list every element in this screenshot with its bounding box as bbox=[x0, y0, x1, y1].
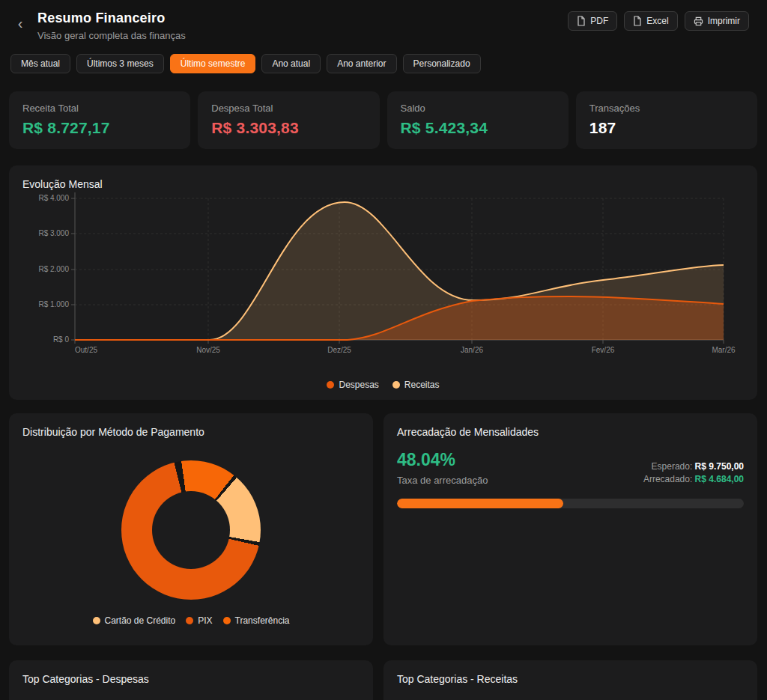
back-icon[interactable]: ‹ bbox=[10, 13, 30, 33]
legend-pix[interactable]: PIX bbox=[186, 615, 212, 626]
x-tick: Out/25 bbox=[75, 346, 97, 354]
top-receitas-title: Top Categorias - Receitas bbox=[384, 660, 757, 685]
evolution-legend: Despesas Receitas bbox=[9, 380, 757, 390]
x-tick: Jan/26 bbox=[461, 346, 483, 354]
y-tick: R$ 3.000 bbox=[38, 229, 69, 237]
print-button[interactable]: Imprimir bbox=[685, 11, 749, 31]
filter-mes-atual[interactable]: Mês atual bbox=[10, 54, 70, 73]
collection-rate-caption: Taxa de arrecadação bbox=[397, 475, 488, 486]
fees-collection-card: Arrecadação de Mensalidades 48.04% Taxa … bbox=[384, 413, 757, 645]
stat-value: R$ 8.727,17 bbox=[22, 119, 177, 137]
stat-saldo: Saldo R$ 5.423,34 bbox=[387, 91, 569, 149]
y-tick: R$ 4.000 bbox=[38, 194, 69, 202]
payment-donut-chart bbox=[121, 460, 261, 600]
filter-ano-atual[interactable]: Ano atual bbox=[261, 54, 321, 73]
monthly-evolution-card: Evolução Mensal R$ 4.000 bbox=[9, 165, 757, 400]
page-header: ‹ Resumo Financeiro Visão geral completa… bbox=[0, 0, 767, 41]
fees-card-title: Arrecadação de Mensalidades bbox=[384, 413, 757, 438]
filter-personalizado[interactable]: Personalizado bbox=[403, 54, 481, 73]
x-tick: Dez/25 bbox=[327, 346, 351, 354]
page-subtitle: Visão geral completa das finanças bbox=[37, 30, 568, 41]
excel-button[interactable]: Excel bbox=[624, 11, 677, 31]
period-filter-bar: Mês atual Últimos 3 meses Último semestr… bbox=[10, 54, 758, 73]
stat-value: R$ 3.303,83 bbox=[211, 119, 366, 137]
y-tick: R$ 2.000 bbox=[38, 265, 69, 273]
donut-hole bbox=[152, 491, 230, 569]
expected-amount: Esperado: R$ 9.750,00 bbox=[643, 460, 744, 473]
pdf-button[interactable]: PDF bbox=[568, 11, 617, 31]
legend-transferencia[interactable]: Transferência bbox=[223, 615, 290, 626]
page-title: Resumo Financeiro bbox=[37, 10, 568, 26]
legend-despesas[interactable]: Despesas bbox=[327, 380, 378, 390]
collection-progress-fill bbox=[397, 499, 563, 508]
x-tick: Mar/26 bbox=[712, 346, 736, 354]
collected-amount: Arrecadado: R$ 4.684,00 bbox=[643, 473, 744, 486]
stat-label: Receita Total bbox=[22, 103, 177, 114]
collected-value: R$ 4.684,00 bbox=[695, 474, 744, 484]
pix-dot-icon bbox=[186, 617, 193, 624]
stat-value: R$ 5.423,34 bbox=[401, 119, 555, 137]
y-tick: R$ 1.000 bbox=[38, 300, 69, 308]
stat-value: 187 bbox=[589, 119, 744, 137]
cartao-dot-icon bbox=[93, 617, 100, 624]
stat-despesa-total: Despesa Total R$ 3.303,83 bbox=[198, 91, 379, 149]
top-despesas-title: Top Categorias - Despesas bbox=[9, 660, 373, 685]
top-categories-receitas-card: Top Categorias - Receitas bbox=[384, 660, 757, 700]
filter-ultimo-semestre[interactable]: Último semestre bbox=[170, 54, 256, 73]
export-actions: PDF Excel Imprimir bbox=[568, 11, 749, 31]
top-categories-despesas-card: Top Categorias - Despesas bbox=[9, 660, 373, 700]
expected-value: R$ 9.750,00 bbox=[695, 461, 744, 472]
printer-icon bbox=[694, 16, 703, 26]
evolution-area-chart: R$ 4.000 R$ 3.000 R$ 2.000 R$ 1.000 R$ 0… bbox=[9, 186, 757, 362]
summary-stats: Receita Total R$ 8.727,17 Despesa Total … bbox=[9, 91, 757, 149]
collection-progress-track bbox=[397, 499, 744, 508]
file-icon bbox=[633, 16, 642, 26]
legend-receitas[interactable]: Receitas bbox=[392, 380, 440, 390]
stat-label: Transações bbox=[589, 103, 744, 114]
payment-card-title: Distribuição por Método de Pagamento bbox=[9, 413, 373, 438]
despesas-dot-icon bbox=[327, 381, 334, 389]
receitas-dot-icon bbox=[392, 381, 400, 389]
filter-ultimos-3-meses[interactable]: Últimos 3 meses bbox=[76, 54, 164, 73]
stat-receita-total: Receita Total R$ 8.727,17 bbox=[9, 91, 190, 149]
file-icon bbox=[577, 16, 586, 26]
collection-rate-value: 48.04% bbox=[397, 450, 488, 470]
stat-label: Despesa Total bbox=[211, 103, 366, 114]
stat-transacoes: Transações 187 bbox=[576, 91, 757, 149]
x-tick: Nov/25 bbox=[196, 346, 220, 354]
payment-legend: Cartão de Crédito PIX Transferência bbox=[9, 615, 373, 626]
stat-label: Saldo bbox=[401, 103, 555, 114]
y-tick: R$ 0 bbox=[53, 335, 70, 344]
x-tick: Fev/26 bbox=[592, 346, 615, 354]
legend-cartao-credito[interactable]: Cartão de Crédito bbox=[93, 615, 176, 626]
transferencia-dot-icon bbox=[223, 617, 231, 624]
filter-ano-anterior[interactable]: Ano anterior bbox=[327, 54, 396, 73]
payment-method-card: Distribuição por Método de Pagamento Car… bbox=[9, 413, 373, 645]
